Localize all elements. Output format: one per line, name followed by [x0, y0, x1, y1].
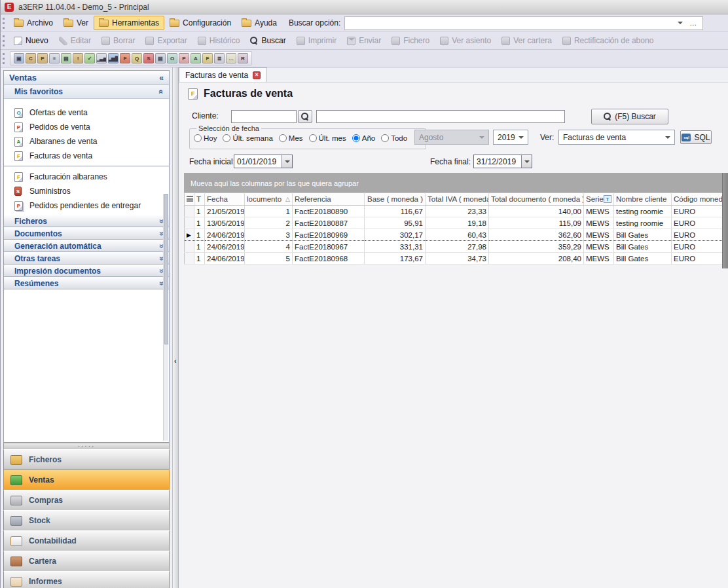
section-otras-tareas[interactable]: Otras tareas« [4, 253, 169, 265]
printer-green-icon[interactable]: ▤ [61, 53, 71, 64]
radio-todo-input[interactable] [381, 134, 389, 142]
cell-t[interactable]: 1 [194, 253, 205, 265]
section-ficheros[interactable]: Ficheros« [4, 215, 169, 227]
cell-moneda[interactable]: EURO [672, 229, 724, 241]
sidebar-item-facturas-de-venta[interactable]: FFacturas de venta [4, 149, 169, 163]
cell-total[interactable]: 140,00 [489, 206, 584, 217]
table-row[interactable]: 1 21/05/2019 1 FactE20180890 116,67 23,3… [185, 206, 724, 217]
comment-icon[interactable]: … [226, 53, 236, 64]
nuevo-button[interactable]: Nuevo [9, 34, 54, 47]
cell-base[interactable]: 302,17 [365, 229, 426, 241]
calendar-dropdown-button[interactable] [282, 155, 292, 168]
radio-hoy[interactable]: Hoy [194, 134, 217, 142]
toolbar-grip-icon[interactable] [3, 53, 5, 64]
cell-t[interactable]: 1 [194, 217, 205, 229]
toolbar-grip-icon[interactable] [3, 35, 5, 46]
cell-fecha[interactable]: 21/05/2019 [205, 206, 245, 217]
collapse-arrow-icon[interactable]: ‹ [174, 358, 176, 365]
sql-button[interactable]: sql SQL [680, 130, 712, 144]
grid-scrollbar[interactable] [722, 173, 728, 268]
radio-ult-mes[interactable]: Últ. mes [309, 134, 346, 142]
col-total-documento[interactable]: Total documento ( moneda ) [489, 193, 584, 206]
search-document-icon[interactable]: Q [132, 53, 142, 64]
cell-base[interactable]: 331,31 [365, 241, 426, 253]
case-print-icon[interactable]: P [37, 53, 48, 64]
group-by-bar[interactable]: Mueva aquí las columnas por las que quie… [184, 173, 728, 193]
cell-moneda[interactable]: EURO [672, 253, 724, 265]
close-icon[interactable]: × [253, 71, 261, 79]
sign-check-icon[interactable]: ✓ [84, 53, 95, 64]
cell-serie[interactable]: MEWS [584, 229, 614, 241]
table-row[interactable]: 1 24/06/2019 4 FactE20180967 331,31 27,9… [185, 241, 724, 253]
cell-cliente[interactable]: Bill Gates [614, 241, 672, 253]
cliente-code-input[interactable] [231, 110, 297, 123]
menu-item-configuracion[interactable]: Configuración [164, 16, 236, 30]
section-impresion-documentos[interactable]: Impresión documentos« [4, 265, 169, 277]
cell-t[interactable]: 1 [194, 229, 205, 241]
menu-item-ayuda[interactable]: Ayuda [236, 16, 282, 30]
cliente-name-input[interactable] [316, 110, 565, 123]
search-albaranes-icon[interactable]: A [191, 53, 201, 64]
clipboard-icon[interactable]: ▣ [14, 53, 24, 64]
table-row-selected[interactable]: ▶ 1 24/06/2019 3 FactE20180969 302,17 60… [185, 229, 724, 241]
documents-icon[interactable]: ≡ [49, 53, 60, 64]
cell-cliente[interactable]: Bill Gates [614, 253, 672, 265]
sidebar-scrollbar[interactable] [163, 194, 168, 441]
collapse-left-icon[interactable]: « [159, 74, 164, 82]
col-total-iva[interactable]: Total IVA ( moneda ) [426, 193, 489, 206]
nav-stock[interactable]: Stock [3, 510, 170, 531]
col-fecha[interactable]: Fecha [205, 193, 245, 206]
cell-documento[interactable]: 2 [245, 217, 293, 229]
cell-documento[interactable]: 1 [245, 206, 293, 217]
cell-documento[interactable]: 5 [245, 253, 293, 265]
cell-referencia[interactable]: FactE20180890 [293, 206, 365, 217]
case-contact-icon[interactable]: C [26, 53, 36, 64]
chevron-down-icon[interactable] [665, 136, 670, 139]
sales-doc-icon[interactable]: S [143, 53, 154, 64]
case-warning-icon[interactable]: ! [73, 53, 83, 64]
fecha-final-picker[interactable]: 31/12/2019 [473, 155, 532, 168]
cell-referencia[interactable]: FactE20180967 [293, 241, 365, 253]
cell-fecha[interactable]: 24/06/2019 [205, 229, 245, 241]
search-pedidos-icon[interactable]: P [179, 53, 189, 64]
chart-big-icon[interactable]: ▂▅▇ [108, 53, 118, 64]
cell-referencia[interactable]: FactE20180969 [293, 229, 365, 241]
cell-total[interactable]: 208,40 [489, 253, 584, 265]
cell-total[interactable]: 359,29 [489, 241, 584, 253]
nav-contabilidad[interactable]: Contabilidad [3, 530, 170, 551]
cell-referencia[interactable]: FactE20180968 [293, 253, 365, 265]
col-documento[interactable]: locumento△ [245, 193, 293, 206]
radio-ult-semana-input[interactable] [223, 134, 230, 142]
row-selector-header[interactable] [185, 193, 194, 206]
cell-fecha[interactable]: 13/05/2019 [205, 217, 245, 229]
search-facturas-icon[interactable]: F [202, 53, 213, 64]
cell-iva[interactable]: 34,73 [426, 253, 489, 265]
sidebar-collapse-splitter[interactable]: ‹ [172, 67, 179, 588]
chevron-down-icon[interactable] [519, 136, 524, 139]
buscar-button[interactable]: Buscar [245, 34, 291, 47]
cell-serie[interactable]: MEWS [584, 206, 614, 217]
radio-ano-input[interactable] [352, 134, 360, 142]
report-lines-icon[interactable]: ≣ [214, 53, 225, 64]
cell-iva[interactable]: 23,33 [426, 206, 489, 217]
radio-hoy-input[interactable] [194, 134, 202, 142]
radio-ult-mes-input[interactable] [309, 134, 317, 142]
menu-item-ver[interactable]: Ver [58, 16, 94, 30]
menu-item-archivo[interactable]: Archivo [9, 16, 58, 30]
cell-cliente[interactable]: Bill Gates [614, 229, 672, 241]
col-nombre-cliente[interactable]: Nombre cliente [614, 193, 672, 206]
filter-icon[interactable]: T [604, 195, 611, 203]
cell-documento[interactable]: 4 [245, 241, 293, 253]
fuel-pump-icon[interactable]: F [120, 53, 130, 64]
nav-compras[interactable]: Compras [3, 490, 170, 511]
sidebar-item-pedidos-de-venta[interactable]: PPedidos de venta [4, 120, 169, 134]
cell-total[interactable]: 362,60 [489, 229, 584, 241]
table-row[interactable]: 1 13/05/2019 2 FactE20180887 95,91 19,18… [185, 217, 724, 229]
cell-referencia[interactable]: FactE20180887 [293, 217, 365, 229]
cell-iva[interactable]: 27,98 [426, 241, 489, 253]
radio-todo[interactable]: Todo [381, 134, 407, 142]
cell-base[interactable]: 95,91 [365, 217, 426, 229]
chevron-down-icon[interactable] [678, 22, 683, 24]
menu-item-herramientas[interactable]: Herramientas [94, 16, 164, 30]
cell-serie[interactable]: MEWS [584, 241, 614, 253]
